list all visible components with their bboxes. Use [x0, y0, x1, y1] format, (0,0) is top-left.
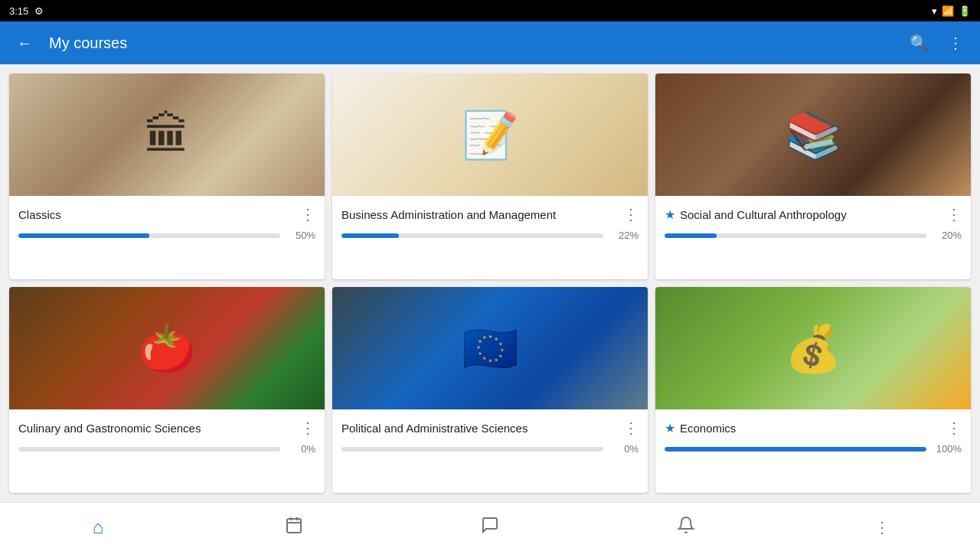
progress-label-anthropology: 20% — [934, 230, 962, 241]
progress-label-economics: 100% — [934, 443, 962, 455]
course-title-label-political: Political and Administrative Sciences — [341, 422, 528, 435]
course-card-political[interactable]: Political and Administrative Sciences⋮0% — [332, 287, 648, 493]
progress-label-culinary: 0% — [288, 443, 315, 455]
course-title-row-classics: Classics⋮ — [18, 205, 315, 223]
course-thumbnail-classics — [9, 73, 325, 196]
course-title-culinary: Culinary and Gastronomic Sciences — [18, 422, 300, 435]
course-thumbnail-anthropology — [655, 73, 971, 196]
star-icon-anthropology: ★ — [665, 207, 675, 222]
course-card-classics[interactable]: Classics⋮50% — [9, 73, 325, 279]
course-title-political: Political and Administrative Sciences — [341, 422, 623, 435]
course-progress-row-economics: 100% — [665, 443, 962, 455]
course-info-business: Business Administration and Management⋮2… — [332, 196, 648, 279]
course-info-classics: Classics⋮50% — [9, 196, 325, 279]
course-info-culinary: Culinary and Gastronomic Sciences⋮0% — [9, 409, 325, 493]
progress-bg-political — [341, 447, 603, 452]
more-options-button[interactable]: ⋮ — [943, 31, 968, 55]
signal-icon: 📶 — [942, 5, 954, 17]
course-title-label-culinary: Culinary and Gastronomic Sciences — [18, 422, 201, 435]
app-bar: ← My courses 🔍 ⋮ — [0, 21, 980, 64]
bottom-nav: ⌂ ⋮ — [0, 502, 980, 551]
progress-bg-culinary — [18, 447, 280, 452]
time-display: 3:15 — [9, 5, 28, 17]
course-thumbnail-culinary — [9, 287, 325, 409]
progress-label-classics: 50% — [288, 230, 315, 241]
course-more-btn-classics[interactable]: ⋮ — [300, 205, 315, 223]
battery-icon: 🔋 — [959, 5, 971, 17]
course-progress-row-business: 22% — [341, 230, 639, 241]
course-info-political: Political and Administrative Sciences⋮0% — [332, 409, 648, 493]
status-bar-left: 3:15 ⚙ — [9, 5, 44, 17]
progress-fill-anthropology — [665, 233, 717, 238]
progress-label-business: 22% — [611, 230, 639, 241]
course-thumbnail-economics — [655, 287, 971, 409]
course-more-btn-business[interactable]: ⋮ — [623, 205, 639, 223]
course-grid: Classics⋮50%Business Administration and … — [0, 64, 980, 502]
course-more-btn-culinary[interactable]: ⋮ — [300, 419, 315, 437]
course-card-culinary[interactable]: Culinary and Gastronomic Sciences⋮0% — [9, 287, 325, 493]
course-more-btn-anthropology[interactable]: ⋮ — [946, 205, 962, 223]
course-title-row-culinary: Culinary and Gastronomic Sciences⋮ — [18, 419, 315, 437]
progress-fill-economics — [665, 447, 926, 452]
status-bar: 3:15 ⚙ ▾ 📶 🔋 — [0, 0, 980, 21]
progress-label-political: 0% — [611, 443, 639, 455]
course-card-anthropology[interactable]: ★Social and Cultural Anthropology⋮20% — [655, 73, 971, 279]
app-bar-actions: 🔍 ⋮ — [906, 31, 968, 55]
course-title-economics: ★Economics — [665, 421, 946, 435]
course-progress-row-classics: 50% — [18, 230, 315, 241]
messages-icon — [481, 516, 499, 539]
nav-notifications[interactable] — [588, 503, 784, 551]
status-bar-right: ▾ 📶 🔋 — [932, 5, 971, 17]
search-button[interactable]: 🔍 — [906, 31, 931, 55]
course-progress-row-anthropology: 20% — [665, 230, 962, 241]
svg-rect-0 — [287, 519, 301, 533]
course-title-anthropology: ★Social and Cultural Anthropology — [665, 207, 946, 222]
course-more-btn-economics[interactable]: ⋮ — [946, 419, 962, 437]
home-icon: ⌂ — [93, 517, 104, 538]
course-title-label-economics: Economics — [680, 422, 736, 435]
course-info-economics: ★Economics⋮100% — [655, 409, 971, 493]
course-thumbnail-political — [332, 287, 648, 409]
progress-bg-business — [341, 233, 603, 238]
nav-more[interactable]: ⋮ — [784, 503, 980, 551]
nav-more-icon: ⋮ — [874, 518, 890, 536]
course-card-business[interactable]: Business Administration and Management⋮2… — [332, 73, 648, 279]
progress-bg-classics — [18, 233, 280, 238]
course-title-label-business: Business Administration and Management — [341, 208, 556, 221]
course-info-anthropology: ★Social and Cultural Anthropology⋮20% — [655, 196, 971, 279]
bell-icon — [677, 516, 695, 539]
course-title-row-economics: ★Economics⋮ — [665, 419, 962, 437]
wifi-icon: ▾ — [932, 5, 937, 17]
nav-messages[interactable] — [392, 503, 588, 551]
settings-icon: ⚙ — [34, 5, 44, 17]
star-icon-economics: ★ — [665, 421, 675, 435]
course-title-classics: Classics — [18, 208, 300, 221]
course-more-btn-political[interactable]: ⋮ — [623, 419, 639, 437]
course-title-row-anthropology: ★Social and Cultural Anthropology⋮ — [665, 205, 962, 223]
app-bar-title: My courses — [49, 34, 894, 52]
course-thumbnail-business — [332, 73, 648, 196]
course-title-row-business: Business Administration and Management⋮ — [341, 205, 639, 223]
course-title-label-anthropology: Social and Cultural Anthropology — [680, 208, 847, 221]
course-progress-row-culinary: 0% — [18, 443, 315, 455]
calendar-icon — [285, 516, 303, 539]
nav-home[interactable]: ⌂ — [0, 503, 196, 551]
course-progress-row-political: 0% — [341, 443, 639, 455]
course-card-economics[interactable]: ★Economics⋮100% — [655, 287, 971, 493]
course-title-business: Business Administration and Management — [341, 208, 623, 221]
progress-fill-business — [341, 233, 399, 238]
course-title-label-classics: Classics — [18, 208, 61, 221]
course-title-row-political: Political and Administrative Sciences⋮ — [341, 419, 639, 437]
progress-bg-anthropology — [665, 233, 926, 238]
back-button[interactable]: ← — [12, 31, 37, 55]
progress-fill-classics — [18, 233, 149, 238]
progress-bg-economics — [665, 447, 926, 452]
nav-calendar[interactable] — [196, 503, 392, 551]
